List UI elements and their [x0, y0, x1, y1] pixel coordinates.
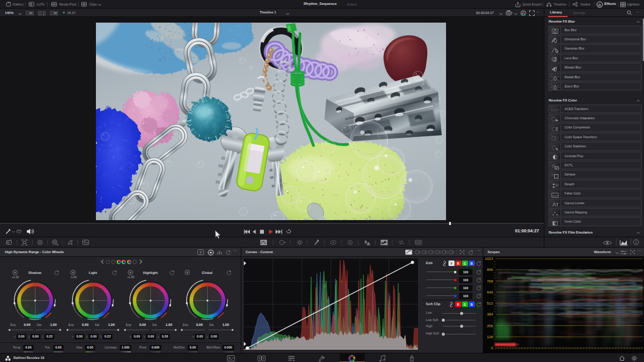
svg-text:0: 0 [491, 345, 494, 350]
svg-text:fx: fx [598, 2, 601, 6]
svg-text:512: 512 [487, 301, 494, 305]
svg-text:ACES: ACES [551, 108, 559, 112]
svg-text:256: 256 [487, 323, 494, 328]
svg-text:768: 768 [487, 279, 494, 283]
svg-text:1023: 1023 [485, 256, 493, 260]
svg-text:896: 896 [487, 267, 494, 272]
svg-text:640: 640 [487, 290, 494, 294]
svg-text:384: 384 [487, 312, 494, 316]
svg-text:128: 128 [487, 334, 494, 339]
